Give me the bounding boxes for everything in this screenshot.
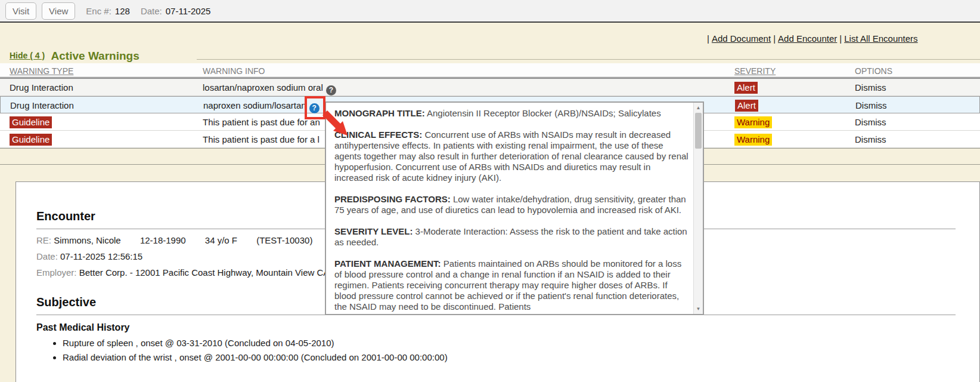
- sort-warning-type-link[interactable]: WARNING TYPE: [10, 66, 73, 76]
- guideline-badge: Guideline: [10, 134, 52, 146]
- hide-warnings-link[interactable]: Hide ( 4 ): [10, 51, 45, 60]
- dismiss-button[interactable]: Dismiss: [855, 82, 886, 93]
- header-divider: [197, 59, 980, 60]
- monograph-help-icon[interactable]: ?: [326, 85, 336, 96]
- enc-date-value: 07-11-2025: [166, 6, 211, 16]
- warning-type: Drug Interaction: [10, 97, 74, 114]
- severity-badge-alert: Alert: [734, 82, 758, 94]
- active-warnings-header: Hide ( 4 ) Active Warnings: [10, 50, 139, 63]
- patient-age-sex: 34 y/o F: [205, 235, 237, 245]
- severity-badge-warning: Warning: [734, 134, 772, 146]
- warning-type: Drug Interaction: [10, 79, 73, 96]
- monograph-popup-body: MONOGRAPH TITLE: Angiotensin II Receptor…: [326, 103, 693, 314]
- encounter-datetime: 07-11-2025 12:56:15: [60, 251, 142, 261]
- patient-name: Simmons, Nicole: [54, 235, 121, 245]
- list-item: Radial deviation of the wrist , onset @ …: [63, 352, 956, 362]
- visit-button[interactable]: Visit: [5, 2, 36, 20]
- re-label: RE:: [36, 235, 51, 245]
- date-label: Date:: [36, 251, 58, 261]
- popup-scrollbar[interactable]: ▲ ▼: [693, 103, 703, 314]
- ehr-encounter-screen: Visit View Enc #: 128 Date: 07-11-2025 |…: [0, 0, 980, 382]
- severity-badge-alert: Alert: [735, 100, 758, 112]
- enc-date-label: Date:: [141, 6, 162, 16]
- predisposing-factors-paragraph: PREDISPOSING FACTORS: Low water intake/d…: [334, 194, 690, 215]
- column-warning-info: WARNING INFO: [203, 63, 265, 79]
- dismiss-button[interactable]: Dismiss: [855, 134, 886, 144]
- severity-level-paragraph: SEVERITY LEVEL: 3-Moderate Interaction: …: [334, 226, 690, 248]
- list-item: Rupture of spleen , onset @ 03-31-2010 (…: [63, 338, 956, 348]
- employer-value: Better Corp. - 12001 Pacific Coast Highw…: [79, 267, 330, 278]
- list-all-encounters-link[interactable]: List All Encounters: [844, 33, 917, 44]
- nav-separator: |: [707, 33, 709, 44]
- nav-separator: |: [839, 33, 842, 44]
- scroll-down-icon[interactable]: ▼: [694, 304, 703, 313]
- monograph-title-paragraph: MONOGRAPH TITLE: Angiotensin II Receptor…: [334, 108, 690, 119]
- top-toolbar: Visit View Enc #: 128 Date: 07-11-2025: [0, 0, 980, 23]
- encounter-actions-nav: |Add Document|Add Encounter|List All Enc…: [707, 33, 920, 44]
- past-medical-history-list: Rupture of spleen , onset @ 03-31-2010 (…: [63, 338, 956, 362]
- past-medical-history-title: Past Medical History: [36, 322, 956, 333]
- warning-info: naproxen sodium/losartan: [203, 100, 306, 110]
- column-options: OPTIONS: [855, 63, 892, 79]
- monograph-popup: MONOGRAPH TITLE: Angiotensin II Receptor…: [325, 101, 704, 315]
- dismiss-button[interactable]: Dismiss: [855, 100, 887, 110]
- sort-severity-link[interactable]: SEVERITY: [734, 66, 776, 76]
- severity-badge-warning: Warning: [734, 116, 772, 128]
- table-row-drug-interaction-1: Drug Interaction losartan/naproxen sodiu…: [0, 79, 980, 96]
- warning-info: losartan/naproxen sodium oral: [203, 82, 323, 93]
- patient-id: (TEST-10030): [256, 235, 312, 245]
- patient-management-paragraph: PATIENT MANAGEMENT: Patients maintained …: [334, 258, 690, 312]
- dismiss-button[interactable]: Dismiss: [855, 117, 886, 127]
- enc-number-value: 128: [115, 6, 130, 16]
- clinical-effects-paragraph: CLINICAL EFFECTS: Concurrent use of ARBs…: [334, 130, 690, 183]
- warnings-table-header-row: WARNING TYPE WARNING INFO SEVERITY OPTIO…: [0, 63, 980, 79]
- view-button[interactable]: View: [42, 2, 75, 20]
- active-warnings-title: Active Warnings: [51, 50, 139, 62]
- annotation-arrow-icon: [320, 108, 349, 137]
- add-document-link[interactable]: Add Document: [712, 33, 771, 44]
- guideline-badge: Guideline: [10, 116, 52, 128]
- nav-separator: |: [773, 33, 776, 44]
- add-encounter-link[interactable]: Add Encounter: [778, 33, 837, 44]
- scrollbar-thumb[interactable]: [695, 113, 702, 149]
- enc-number-label: Enc #:: [86, 6, 111, 16]
- scroll-up-icon[interactable]: ▲: [694, 103, 703, 112]
- patient-dob: 12-18-1990: [140, 235, 186, 245]
- warning-info: This patient is past due for a l: [203, 131, 320, 148]
- employer-label: Employer:: [36, 267, 77, 278]
- warning-info: This patient is past due for an: [203, 113, 320, 131]
